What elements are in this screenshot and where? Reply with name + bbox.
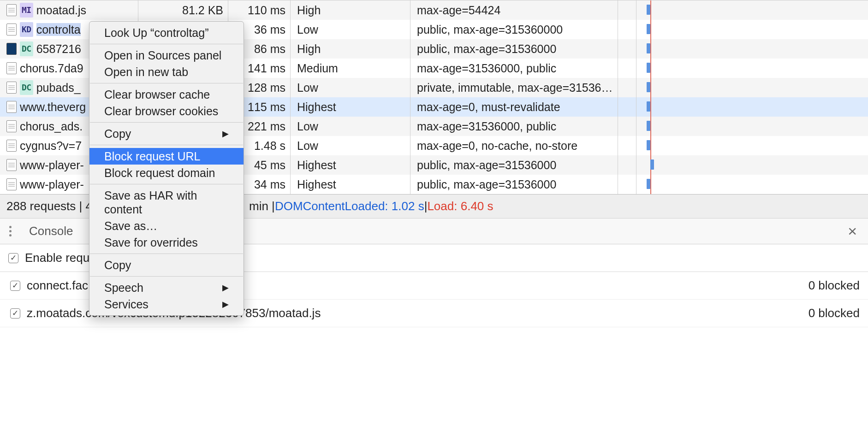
menu-clear-cache[interactable]: Clear browser cache — [89, 86, 244, 103]
spacer — [618, 117, 636, 136]
request-name: www-player- — [20, 178, 84, 191]
chevron-right-icon: ▶ — [222, 297, 229, 311]
menu-separator — [90, 122, 243, 123]
size-cell: 81.2 KB — [138, 0, 228, 20]
load-line — [650, 97, 651, 117]
enable-checkbox[interactable] — [8, 253, 18, 263]
waterfall-bar — [647, 24, 650, 34]
priority-cell: Medium — [291, 59, 410, 78]
priority-cell: High — [291, 39, 410, 59]
spacer — [618, 175, 636, 194]
load-line — [650, 136, 651, 155]
menu-separator — [90, 184, 243, 184]
load-line — [650, 59, 651, 78]
enable-label: Enable requ — [25, 251, 89, 265]
file-icon — [6, 82, 17, 94]
pattern-checkbox[interactable] — [10, 308, 20, 319]
menu-save-har[interactable]: Save as HAR with content — [89, 187, 244, 218]
cache-control-cell: public, max-age=315360000 — [410, 20, 618, 39]
spacer — [618, 59, 636, 78]
kebab-menu-icon[interactable] — [7, 224, 13, 238]
load-time: Load: 6.40 s — [427, 199, 493, 213]
menu-look-up[interactable]: Look Up “controltag” — [89, 24, 244, 41]
file-icon — [6, 159, 17, 171]
spacer — [618, 20, 636, 39]
load-line — [650, 175, 651, 194]
priority-cell: High — [291, 0, 410, 20]
menu-open-sources[interactable]: Open in Sources panel — [89, 47, 244, 64]
priority-cell: Highest — [291, 97, 410, 117]
menu-separator — [90, 83, 243, 83]
menu-copy-2[interactable]: Copy — [89, 257, 244, 273]
waterfall-bar — [647, 121, 650, 131]
blocked-count: 0 blocked — [809, 306, 860, 320]
cache-control-cell: max-age=31536000, public — [410, 117, 618, 136]
waterfall-bar — [647, 140, 650, 150]
load-line — [650, 117, 651, 136]
waterfall-bar — [647, 5, 650, 15]
spacer — [618, 155, 636, 175]
menu-separator — [90, 145, 243, 145]
menu-clear-cookies[interactable]: Clear browser cookies — [89, 103, 244, 119]
load-line — [650, 0, 651, 20]
tab-console[interactable]: Console — [29, 224, 73, 238]
menu-services[interactable]: Services▶ — [89, 296, 244, 313]
cache-control-cell: max-age=31536000, public — [410, 59, 618, 78]
load-line — [650, 39, 651, 59]
menu-copy[interactable]: Copy▶ — [89, 125, 244, 142]
menu-block-url[interactable]: Block request URL — [89, 148, 244, 165]
request-name: chorus_ads. — [20, 120, 83, 133]
cache-control-cell: private, immutable, max-age=31536… — [410, 78, 618, 97]
waterfall-cell — [636, 20, 868, 39]
pattern-text: connect.fac — [27, 278, 88, 293]
priority-cell: Low — [291, 136, 410, 155]
status-sep: | — [424, 199, 428, 213]
request-name: www.theverg — [20, 100, 86, 113]
menu-separator — [90, 276, 243, 277]
waterfall-bar — [647, 43, 650, 53]
blocked-count: 0 blocked — [809, 278, 860, 293]
waterfall-bar — [647, 63, 650, 73]
file-icon — [6, 140, 17, 152]
waterfall-cell — [636, 155, 868, 175]
close-icon[interactable]: × — [844, 222, 861, 240]
spacer — [618, 0, 636, 20]
chevron-right-icon: ▶ — [222, 127, 229, 141]
priority-cell: Low — [291, 20, 410, 39]
file-icon — [6, 4, 17, 16]
domcontentloaded-time: DOMContentLoaded: 1.02 s — [275, 199, 424, 213]
priority-cell: Highest — [291, 155, 410, 175]
menu-speech[interactable]: Speech▶ — [89, 279, 244, 296]
chevron-right-icon: ▶ — [222, 281, 229, 295]
file-icon — [6, 62, 17, 74]
cache-control-cell: public, max-age=31536000 — [410, 39, 618, 59]
spacer — [618, 136, 636, 155]
spacer — [618, 78, 636, 97]
file-icon — [6, 101, 17, 113]
priority-cell: Low — [291, 78, 410, 97]
waterfall-bar — [650, 159, 654, 170]
spacer — [618, 97, 636, 117]
initiator-badge: MI — [20, 3, 33, 18]
waterfall-cell — [636, 39, 868, 59]
menu-save-as[interactable]: Save as… — [89, 218, 244, 234]
menu-separator — [90, 254, 243, 254]
request-name: www-player- — [20, 159, 84, 171]
initiator-badge: DC — [20, 41, 33, 56]
menu-block-domain[interactable]: Block request domain — [89, 165, 244, 181]
menu-open-tab[interactable]: Open in new tab — [89, 64, 244, 80]
request-name: chorus.7da9 — [20, 62, 83, 75]
request-name: pubads_ — [36, 81, 81, 94]
time-cell: 110 ms — [228, 0, 291, 20]
file-icon — [6, 120, 17, 132]
context-menu: Look Up “controltag” Open in Sources pan… — [89, 21, 244, 316]
cache-control-cell: max-age=0, must-revalidate — [410, 97, 618, 117]
request-name: moatad.js — [36, 4, 86, 17]
cache-control-cell: max-age=54424 — [410, 0, 618, 20]
waterfall-cell — [636, 97, 868, 117]
spacer — [618, 39, 636, 59]
priority-cell: Highest — [291, 175, 410, 194]
menu-save-overrides[interactable]: Save for overrides — [89, 234, 244, 251]
pattern-checkbox[interactable] — [10, 281, 20, 291]
request-name: 6587216 — [36, 42, 81, 55]
